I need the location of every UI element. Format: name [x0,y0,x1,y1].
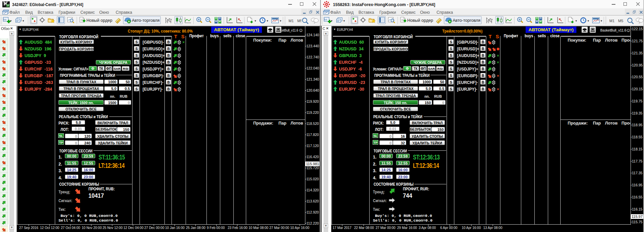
svg-text:+: + [519,17,521,21]
svg-text:+: + [198,17,200,21]
svg-text:−: − [528,17,530,21]
svg-text:−: − [207,17,209,21]
